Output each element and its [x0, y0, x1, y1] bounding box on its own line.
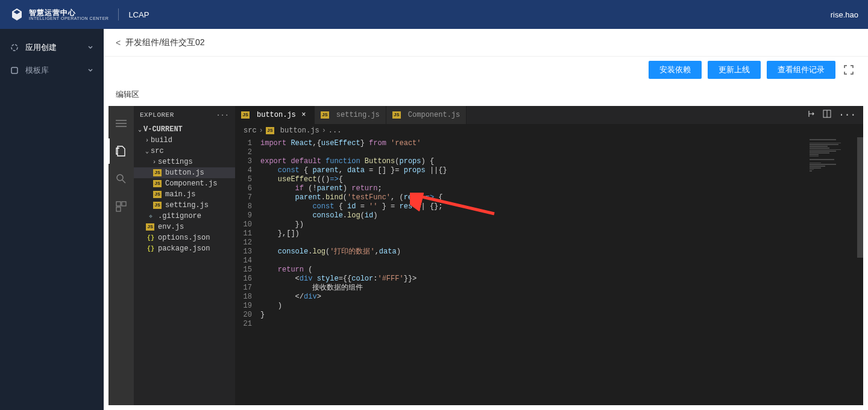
- content-area: < 开发组件/组件交互02 安装依赖 更新上线 查看组件记录 编辑区: [104, 29, 868, 410]
- chevron-down-icon: ⌄: [143, 148, 151, 155]
- sidebar-item-label: 模板库: [25, 65, 87, 76]
- json-file-icon: {}: [146, 235, 156, 241]
- section-header-editor: 编辑区: [104, 83, 868, 106]
- header-brand: LCAP: [128, 10, 149, 19]
- bc-file: button.js: [280, 126, 319, 135]
- tree-file-component-js[interactable]: JS Component.js: [134, 178, 235, 189]
- bc-src: src: [244, 126, 257, 135]
- back-button-icon[interactable]: <: [116, 38, 121, 48]
- tab-component-js[interactable]: JS Component.js: [386, 106, 467, 124]
- tree-label: main.js: [165, 190, 195, 199]
- install-deps-button[interactable]: 安装依赖: [649, 61, 702, 79]
- tree-file-gitignore[interactable]: ❖ .gitignore: [134, 211, 235, 222]
- logo-area: 智慧运营中心 INTELLIGENT OPERATION CENTER: [10, 7, 108, 22]
- js-file-icon: JS: [153, 202, 162, 209]
- svg-point-2: [117, 175, 123, 181]
- chevron-right-icon: ›: [151, 159, 158, 166]
- js-file-icon: JS: [153, 180, 162, 187]
- explorer-header: EXPLORER ···: [134, 106, 235, 124]
- svg-point-0: [11, 45, 17, 51]
- explorer-header-label: EXPLORER: [140, 111, 174, 119]
- editor-main-pane: JS button.js × JS setting.js JS Componen…: [235, 106, 863, 405]
- js-file-icon: JS: [392, 111, 401, 119]
- minimap[interactable]: [808, 137, 856, 173]
- json-file-icon: {}: [146, 246, 156, 252]
- chevron-down-icon: [87, 67, 94, 74]
- explorer-more-icon[interactable]: ···: [216, 111, 229, 119]
- tree-label: Component.js: [165, 179, 217, 188]
- tree-file-package-json[interactable]: {} package.json: [134, 243, 235, 254]
- sidebar-item-label: 应用创建: [25, 42, 87, 53]
- tab-label: button.js: [257, 111, 296, 119]
- app-create-icon: [10, 43, 19, 52]
- view-records-button[interactable]: 查看组件记录: [767, 61, 835, 79]
- js-file-icon: JS: [146, 223, 154, 231]
- tree-label: build: [151, 136, 172, 144]
- tree-file-setting-js[interactable]: JS setting.js: [134, 200, 235, 211]
- content-header: < 开发组件/组件交互02: [104, 29, 868, 57]
- editor-scrollbar[interactable]: [857, 137, 863, 405]
- tree-label: setting.js: [165, 201, 209, 210]
- js-file-icon: JS: [266, 127, 274, 134]
- svg-rect-1: [11, 67, 17, 73]
- tab-setting-js[interactable]: JS setting.js: [315, 106, 386, 124]
- tree-label: package.json: [158, 244, 210, 253]
- activity-explorer-icon[interactable]: [108, 138, 134, 164]
- line-gutter: 123456789101112131415161718192021: [235, 137, 260, 405]
- tree-folder-settings[interactable]: › settings: [134, 157, 235, 167]
- tree-label: button.js: [165, 169, 204, 177]
- code-area[interactable]: 123456789101112131415161718192021 import…: [235, 137, 863, 405]
- code-lines[interactable]: import React,{useEffect} from 'react'exp…: [260, 137, 863, 405]
- tree-file-main-js[interactable]: JS main.js: [134, 189, 235, 200]
- tabs-actions: ···: [800, 106, 863, 124]
- activity-bar: [108, 106, 134, 405]
- tree-label: .gitignore: [158, 212, 201, 220]
- chevron-right-icon: ›: [143, 137, 151, 144]
- update-online-button[interactable]: 更新上线: [708, 61, 761, 79]
- svg-rect-3: [116, 202, 121, 206]
- tree-folder-src[interactable]: ⌄ src: [134, 146, 235, 157]
- gitignore-file-icon: ❖: [146, 213, 156, 220]
- tree-file-env-js[interactable]: JS env.js: [134, 222, 235, 232]
- header-user-name[interactable]: rise.hao: [831, 10, 858, 19]
- editor-breadcrumb[interactable]: src › JS button.js › ...: [235, 124, 863, 137]
- js-file-icon: JS: [153, 169, 162, 176]
- logo-icon: [10, 7, 24, 22]
- vscode-explorer-sidebar: EXPLORER ··· ⌄ V-CURRENT › build: [134, 106, 235, 405]
- tree-label: settings: [158, 158, 193, 166]
- split-editor-icon[interactable]: [823, 110, 831, 121]
- left-sidebar: 应用创建 模板库: [0, 29, 104, 410]
- js-file-icon: JS: [153, 191, 162, 198]
- activity-extensions-icon[interactable]: [108, 194, 134, 219]
- sidebar-item-app-create[interactable]: 应用创建: [0, 36, 104, 59]
- js-file-icon: JS: [321, 111, 329, 119]
- tree-root-label: V-CURRENT: [143, 125, 183, 134]
- editor-tabs-bar: JS button.js × JS setting.js JS Componen…: [235, 106, 863, 124]
- tab-label: setting.js: [336, 111, 380, 119]
- activity-search-icon[interactable]: [108, 166, 134, 191]
- vscode-editor: EXPLORER ··· ⌄ V-CURRENT › build: [108, 106, 863, 405]
- js-file-icon: JS: [241, 111, 250, 119]
- editor-wrapper: EXPLORER ··· ⌄ V-CURRENT › build: [104, 106, 868, 410]
- breadcrumb-text: 开发组件/组件交互02: [125, 37, 204, 48]
- tab-button-js[interactable]: JS button.js ×: [235, 106, 315, 124]
- more-actions-icon[interactable]: ···: [838, 110, 856, 120]
- close-icon[interactable]: ×: [300, 111, 308, 119]
- tree-root[interactable]: ⌄ V-CURRENT: [134, 124, 235, 135]
- logo-sub-text: INTELLIGENT OPERATION CENTER: [29, 16, 108, 20]
- bc-ellipsis: ...: [329, 126, 342, 135]
- app-header: 智慧运营中心 INTELLIGENT OPERATION CENTER LCAP…: [0, 0, 868, 29]
- sidebar-item-template-lib[interactable]: 模板库: [0, 59, 104, 82]
- compare-icon[interactable]: [807, 110, 816, 121]
- activity-menu-icon[interactable]: [108, 111, 134, 136]
- tree-label: options.json: [158, 234, 210, 242]
- fullscreen-icon[interactable]: [841, 63, 856, 77]
- svg-rect-4: [122, 202, 126, 206]
- tree-file-button-js[interactable]: JS button.js: [134, 167, 235, 178]
- file-tree: ⌄ V-CURRENT › build ⌄ src ›: [134, 124, 235, 254]
- tree-folder-build[interactable]: › build: [134, 135, 235, 146]
- tree-file-options-json[interactable]: {} options.json: [134, 232, 235, 243]
- tree-label: src: [151, 147, 164, 155]
- tab-label: Component.js: [408, 111, 460, 119]
- header-divider: [118, 8, 119, 20]
